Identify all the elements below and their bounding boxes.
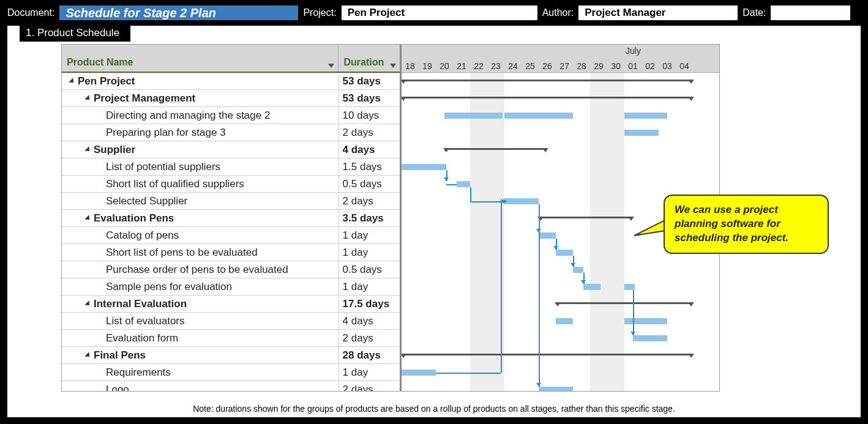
callout-note: We can use a project planning software f…	[664, 195, 829, 254]
column-duration-label: Duration	[343, 57, 384, 68]
task-bar[interactable]	[556, 318, 573, 324]
task-duration: 1 day	[339, 278, 400, 295]
task-name: Project Management	[94, 92, 195, 105]
table-row[interactable]: Supplier4 days	[62, 141, 400, 158]
table-row[interactable]: Pen Project53 days	[62, 73, 400, 90]
project-label: Project:	[303, 7, 336, 18]
author-field[interactable]: Project Manager	[578, 6, 738, 20]
task-bar[interactable]	[624, 113, 667, 119]
day-cell: 19	[419, 61, 436, 71]
table-row[interactable]: Selected Supplier2 days	[62, 193, 400, 210]
day-cell: 02	[642, 61, 659, 71]
task-name: Internal Evaluation	[94, 298, 187, 310]
day-cell: 04	[676, 61, 693, 71]
column-product-name-label: Product Name	[67, 57, 133, 68]
table-row[interactable]: Short list of qualified suppliers0.5 day…	[62, 176, 400, 193]
document-label: Document:	[7, 7, 54, 18]
date-label: Date:	[743, 7, 766, 18]
task-bar[interactable]	[444, 113, 503, 119]
table-row[interactable]: Sample pens for evaluation1 day	[62, 278, 400, 296]
task-name: List of evaluators	[106, 315, 185, 327]
dropdown-icon[interactable]	[390, 64, 396, 68]
summary-bar[interactable]	[539, 217, 633, 218]
table-row[interactable]: Project Management53 days	[62, 90, 400, 107]
summary-bar[interactable]	[556, 302, 693, 304]
task-bar[interactable]	[457, 181, 470, 187]
day-cell: 27	[556, 61, 573, 71]
task-bar[interactable]	[624, 318, 667, 324]
day-cell: 30	[607, 61, 624, 71]
task-duration: 4 days	[339, 313, 400, 329]
task-name: Supplier	[94, 144, 135, 156]
collapse-icon[interactable]	[84, 300, 91, 307]
table-row[interactable]: Short list of pens to be evaluated1 day	[62, 244, 400, 261]
column-product-name[interactable]: Product Name	[62, 45, 339, 72]
task-bar[interactable]	[624, 284, 635, 290]
summary-bar[interactable]	[402, 80, 693, 81]
table-row[interactable]: Logo2 days	[62, 381, 400, 391]
task-duration: 1.5 days	[339, 158, 400, 175]
task-duration: 17.5 days	[339, 296, 400, 312]
content-area: 1. Product Schedule Product Name Duratio…	[7, 26, 861, 417]
day-cell: 21	[453, 61, 470, 71]
column-duration[interactable]: Duration	[339, 45, 400, 72]
task-name: Short list of qualified suppliers	[106, 178, 244, 190]
collapse-icon[interactable]	[84, 215, 91, 221]
task-duration: 10 days	[339, 107, 400, 124]
collapse-icon[interactable]	[84, 95, 91, 102]
document-field[interactable]: Schedule for Stage 2 Plan	[59, 6, 298, 20]
table-row[interactable]: Final Pens28 days	[62, 347, 400, 364]
summary-bar[interactable]	[402, 354, 693, 355]
task-bar[interactable]	[583, 284, 600, 290]
table-row[interactable]: List of potential suppliers1.5 days	[62, 158, 400, 176]
table-row[interactable]: Catalog of pens1 day	[62, 227, 400, 244]
date-field[interactable]	[771, 6, 850, 20]
task-bar[interactable]	[633, 335, 667, 341]
task-name: Logo	[106, 384, 129, 392]
day-cell: 29	[590, 61, 607, 71]
collapse-icon[interactable]	[69, 78, 75, 84]
table-row[interactable]: Requirements1 day	[62, 364, 400, 381]
table-row[interactable]: Directing and managing the stage 210 day…	[62, 107, 400, 124]
task-duration: 4 days	[339, 141, 400, 158]
table-row[interactable]: Preparing plan for stage 32 days	[62, 124, 400, 141]
task-bar[interactable]	[624, 130, 659, 136]
table-row[interactable]: List of evaluators4 days	[62, 313, 400, 330]
gantt-header: July 1819202122232425262728293001020304	[402, 45, 719, 73]
summary-bar[interactable]	[402, 97, 693, 99]
task-duration: 53 days	[339, 90, 400, 106]
table-row[interactable]: Purchase order of pens to be evaluated0.…	[62, 261, 400, 278]
page-frame: Document: Schedule for Stage 2 Plan Proj…	[0, 0, 868, 424]
task-bar[interactable]	[539, 232, 556, 239]
task-duration: 0.5 days	[339, 176, 400, 192]
task-duration: 2 days	[339, 381, 400, 391]
task-bar[interactable]	[504, 113, 573, 119]
collapse-icon[interactable]	[84, 352, 91, 359]
collapse-icon[interactable]	[84, 146, 91, 153]
table-row[interactable]: Evaluation Pens3.5 days	[62, 210, 400, 227]
task-bar[interactable]	[402, 370, 436, 376]
task-bar[interactable]	[539, 387, 573, 391]
task-duration: 3.5 days	[339, 210, 400, 226]
day-cell: 03	[659, 61, 676, 71]
table-row[interactable]: Evaluation form2 days	[62, 330, 400, 347]
task-duration: 1 day	[339, 227, 400, 244]
task-bar[interactable]	[504, 198, 539, 204]
day-cell: 20	[436, 61, 453, 71]
task-rows: Pen Project53 daysProject Management53 d…	[62, 73, 400, 391]
task-duration: 2 days	[339, 193, 400, 209]
task-bar[interactable]	[402, 164, 446, 170]
day-cell: 28	[573, 61, 590, 71]
author-label: Author:	[542, 7, 574, 18]
task-duration: 1 day	[339, 244, 400, 261]
task-bar[interactable]	[573, 267, 583, 273]
task-bar[interactable]	[556, 250, 573, 256]
task-name: Pen Project	[78, 75, 135, 87]
summary-bar[interactable]	[444, 148, 547, 150]
dropdown-icon[interactable]	[328, 64, 334, 68]
project-field[interactable]: Pen Project	[342, 6, 537, 20]
task-name: Selected Supplier	[106, 195, 187, 207]
task-name: List of potential suppliers	[106, 161, 220, 173]
footnote: Note: durations shown for the groups of …	[7, 404, 861, 414]
table-row[interactable]: Internal Evaluation17.5 days	[62, 296, 400, 313]
